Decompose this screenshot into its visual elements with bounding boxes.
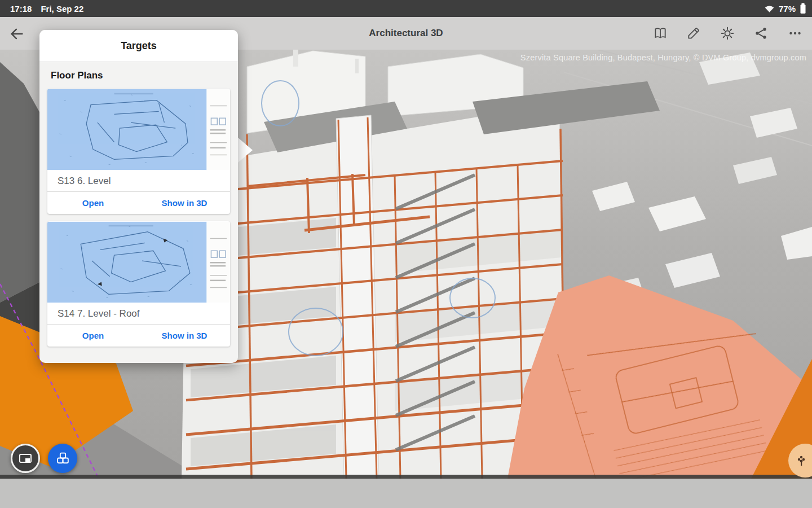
floorplan-thumbnail[interactable] [47, 89, 230, 170]
clock: 17:18 [10, 4, 32, 14]
show-in-3d-button[interactable]: Show in 3D [162, 331, 208, 340]
status-bar: 17:18 Fri, Sep 22 77% [0, 0, 812, 17]
book-open-icon[interactable] [653, 26, 668, 41]
date: Fri, Sep 22 [41, 4, 83, 14]
system-nav-bar [0, 479, 812, 508]
floorplan-thumbnail[interactable] [47, 221, 230, 303]
floorplan-card: S14 7. Level - Roof Open Show in 3D [47, 221, 230, 347]
pencil-icon[interactable] [686, 26, 701, 41]
app-screen: Szervita Square Building, Budapest, Hung… [0, 0, 812, 508]
wifi-icon [764, 5, 775, 13]
open-button[interactable]: Open [82, 331, 104, 340]
battery-percent: 77% [779, 4, 796, 14]
models-icon [55, 451, 70, 466]
targets-panel: Targets Floor Plans [39, 30, 238, 363]
scene-bottom-shadow [0, 475, 812, 479]
brightness-icon[interactable] [720, 26, 735, 41]
open-button[interactable]: Open [82, 198, 104, 208]
watermark-text: Szervita Square Building, Budapest, Hung… [520, 53, 806, 62]
show-in-3d-button[interactable]: Show in 3D [162, 198, 208, 208]
floorplan-name: S13 6. Level [47, 170, 230, 192]
targets-panel-title: Targets [39, 30, 238, 62]
floorplan-card: S13 6. Level Open Show in 3D [47, 89, 230, 214]
floor-plans-section-title: Floor Plans [51, 70, 227, 81]
back-arrow-icon[interactable] [9, 26, 25, 42]
marker-icon [796, 454, 806, 467]
floorplan-name: S14 7. Level - Roof [47, 303, 230, 325]
share-icon[interactable] [754, 26, 769, 41]
screenshot-icon [18, 451, 33, 466]
panel-pointer [237, 137, 253, 163]
more-options-icon[interactable] [788, 26, 802, 41]
screenshot-button[interactable] [11, 444, 40, 473]
models-button[interactable] [48, 444, 77, 473]
battery-icon [800, 3, 806, 14]
